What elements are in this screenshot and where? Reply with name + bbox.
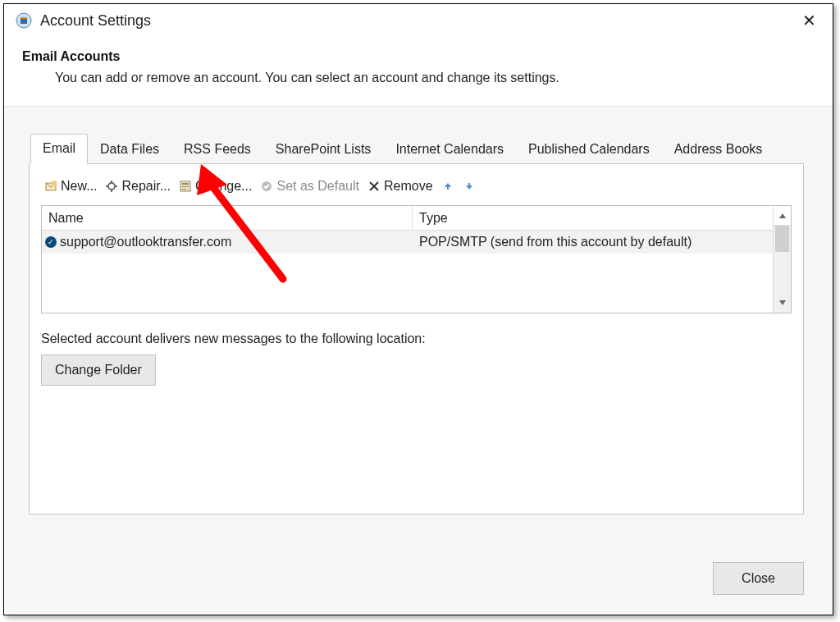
header-heading: Email Accounts xyxy=(22,49,818,64)
close-icon[interactable]: ✕ xyxy=(797,9,821,32)
move-down-button[interactable] xyxy=(463,180,476,193)
remove-icon xyxy=(368,180,381,193)
column-name[interactable]: Name xyxy=(42,206,413,231)
default-account-icon xyxy=(45,236,57,248)
tab-panel-email: New... Repair... Change... xyxy=(29,163,804,515)
new-icon xyxy=(44,180,57,193)
change-button[interactable]: Change... xyxy=(179,179,252,194)
remove-label: Remove xyxy=(384,179,433,194)
tab-internet-calendars[interactable]: Internet Calendars xyxy=(383,135,516,164)
scroll-up-icon[interactable] xyxy=(774,206,791,226)
repair-label: Repair... xyxy=(121,179,171,194)
arrow-up-icon xyxy=(441,180,454,193)
tab-published-calendars[interactable]: Published Calendars xyxy=(516,135,662,164)
arrow-down-icon xyxy=(463,180,476,193)
svg-rect-8 xyxy=(106,185,108,187)
window-title: Account Settings xyxy=(40,12,151,30)
svg-rect-9 xyxy=(115,185,117,187)
close-button[interactable]: Close xyxy=(713,562,804,595)
header-subtext: You can add or remove an account. You ca… xyxy=(22,71,818,85)
app-icon xyxy=(16,12,32,29)
tab-strip: Email Data Files RSS Feeds SharePoint Li… xyxy=(29,133,804,163)
set-default-button[interactable]: Set as Default xyxy=(260,179,359,194)
svg-point-4 xyxy=(52,181,57,185)
scroll-down-icon[interactable] xyxy=(774,293,791,313)
svg-rect-13 xyxy=(182,189,186,190)
move-up-button[interactable] xyxy=(441,180,454,193)
column-type[interactable]: Type xyxy=(413,206,791,231)
tab-data-files[interactable]: Data Files xyxy=(88,135,171,164)
svg-rect-12 xyxy=(182,186,189,187)
tab-rss-feeds[interactable]: RSS Feeds xyxy=(171,135,263,164)
change-label: Change... xyxy=(195,179,252,194)
list-header: Name Type xyxy=(42,206,791,231)
header-area: Email Accounts You can add or remove an … xyxy=(4,37,833,106)
new-label: New... xyxy=(61,179,97,194)
repair-icon xyxy=(105,180,118,193)
new-button[interactable]: New... xyxy=(44,179,97,194)
svg-rect-2 xyxy=(21,17,27,19)
scroll-track[interactable] xyxy=(774,226,791,293)
account-type: POP/SMTP (send from this account by defa… xyxy=(413,235,773,249)
change-icon xyxy=(179,180,192,193)
remove-button[interactable]: Remove xyxy=(368,179,433,194)
account-list: Name Type support@outlooktransfer.com PO… xyxy=(41,205,792,313)
account-name: support@outlooktransfer.com xyxy=(60,235,231,249)
tab-address-books[interactable]: Address Books xyxy=(662,135,775,164)
tab-sharepoint-lists[interactable]: SharePoint Lists xyxy=(263,135,384,164)
body-area: Email Data Files RSS Feeds SharePoint Li… xyxy=(4,107,833,615)
set-default-icon xyxy=(260,180,273,193)
tab-email[interactable]: Email xyxy=(30,134,88,164)
account-row[interactable]: support@outlooktransfer.com POP/SMTP (se… xyxy=(42,231,773,254)
svg-rect-6 xyxy=(111,181,112,183)
repair-button[interactable]: Repair... xyxy=(105,179,171,194)
list-scrollbar[interactable] xyxy=(773,206,791,313)
account-settings-window: Account Settings ✕ Email Accounts You ca… xyxy=(3,3,833,615)
svg-rect-11 xyxy=(182,183,189,185)
change-folder-button[interactable]: Change Folder xyxy=(41,354,156,386)
svg-rect-7 xyxy=(111,190,112,192)
svg-point-5 xyxy=(108,183,115,190)
toolbar: New... Repair... Change... xyxy=(41,179,792,205)
set-default-label: Set as Default xyxy=(276,179,359,194)
deliver-location-text: Selected account delivers new messages t… xyxy=(41,332,792,346)
titlebar: Account Settings ✕ xyxy=(4,4,833,37)
scroll-thumb[interactable] xyxy=(775,226,789,252)
